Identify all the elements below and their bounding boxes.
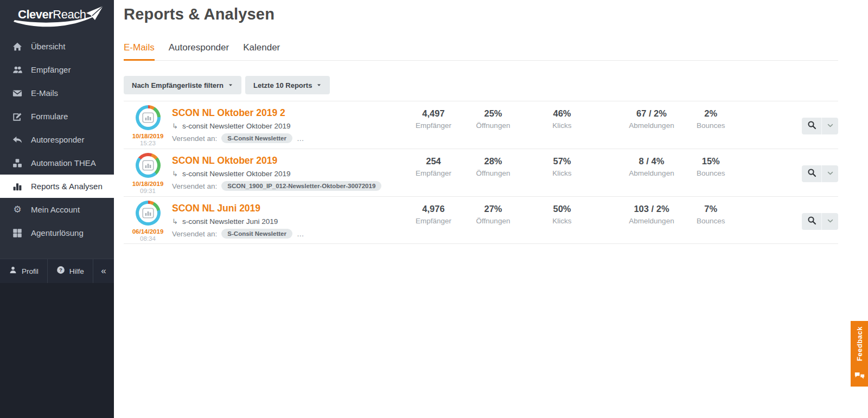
sidebar-item[interactable]: ⚙ Mein Account <box>0 198 114 221</box>
report-stats: 4,497 Empfänger 25% Öffnungen <box>398 101 767 149</box>
stat-label: Abmeldungen <box>607 169 697 177</box>
view-report-button[interactable] <box>802 213 822 230</box>
stat-value: 28% <box>469 156 518 166</box>
feedback-label: Feedback <box>856 326 864 361</box>
report-donut-chart <box>136 153 161 178</box>
badge-ellipsis: … <box>297 230 305 238</box>
report-date: 10/18/2019 <box>132 181 164 187</box>
report-row: 10/18/2019 09:31 SCON NL Oktober 2019 ↳ … <box>124 149 838 196</box>
sidebar-top: CleverReach Übersicht Empfänger <box>0 0 114 259</box>
stat-label: Abmeldungen <box>607 217 697 225</box>
cubes-icon <box>11 158 23 168</box>
grid-icon <box>11 228 23 238</box>
stat-cell: 103 / 2% Abmeldungen <box>607 197 697 243</box>
tab[interactable]: Kalender <box>243 42 280 61</box>
sidebar-item[interactable]: Autoresponder <box>0 128 114 151</box>
sidebar-item[interactable]: Automation THEA <box>0 151 114 175</box>
stat-label: Bounces <box>697 217 725 225</box>
tab[interactable]: Autoresponder <box>169 42 229 61</box>
sidebar-item-label: Reports & Analysen <box>31 182 103 191</box>
stat-cell: 57% Klicks <box>518 149 607 196</box>
report-title-link[interactable]: SCON NL Juni 2019 <box>172 203 398 214</box>
view-report-button[interactable] <box>802 118 822 134</box>
gear-icon: ⚙ <box>11 205 23 214</box>
report-donut-cell: 10/18/2019 15:23 <box>124 101 172 149</box>
tab-label: Kalender <box>243 42 280 53</box>
filter-dropdown-button[interactable]: Letzte 10 Reports <box>245 76 330 94</box>
recipient-list-badge[interactable]: S-Consit Newsletter <box>221 229 292 239</box>
report-more-actions-button[interactable] <box>822 118 838 134</box>
report-subject-text: s-consit Newsletter Oktober 2019 <box>182 122 291 130</box>
report-row: 10/18/2019 15:23 SCON NL Oktober 2019 2 … <box>124 101 838 149</box>
stat-label: Empfänger <box>398 169 469 177</box>
report-more-actions-button[interactable] <box>822 165 838 182</box>
main-content: Reports & Analysen E-Mails Autoresponder… <box>114 0 868 418</box>
sidebar-collapse-button[interactable]: « <box>93 259 114 283</box>
stat-cell: 25% Öffnungen <box>469 101 518 149</box>
report-row: 06/14/2019 08:34 SCON NL Juni 2019 ↳ s-c… <box>124 196 838 244</box>
stat-cell: 254 Empfänger <box>398 149 469 196</box>
report-donut-cell: 06/14/2019 08:34 <box>124 197 172 243</box>
sidebar-item[interactable]: Formulare <box>0 105 114 128</box>
filter-label: Nach Empfängerliste filtern <box>132 81 224 89</box>
sidebar-footer-item[interactable]: Profil <box>0 259 48 283</box>
sidebar-item[interactable]: Empfänger <box>0 58 114 81</box>
stat-cell: 67 / 2% Abmeldungen <box>607 101 697 149</box>
cleverreach-logo-graphic: CleverReach <box>10 4 104 33</box>
stat-label: Klicks <box>518 121 607 130</box>
users-icon <box>11 65 23 75</box>
stat-value: 46% <box>518 108 607 119</box>
user-icon <box>9 266 17 276</box>
recipient-list-badge[interactable]: SCON_1900_IP_012-Newsletter-Oktober-3007… <box>221 181 381 191</box>
tab[interactable]: E-Mails <box>124 42 155 61</box>
stat-label: Klicks <box>518 217 607 225</box>
report-subject-text: s-consit Newsletter Juni 2019 <box>182 217 278 226</box>
stat-value: 4,976 <box>398 204 469 214</box>
report-action-button <box>802 165 838 182</box>
report-sent-to: Versendet an: S-Consit Newsletter … <box>172 133 398 143</box>
report-date: 10/18/2019 <box>132 133 164 139</box>
sidebar-item[interactable]: E-Mails <box>0 81 114 105</box>
sidebar-footer-item[interactable]: ? Hilfe <box>48 259 93 283</box>
search-icon <box>807 216 816 227</box>
report-more-actions-button[interactable] <box>822 213 838 230</box>
stat-label: Öffnungen <box>469 121 518 130</box>
view-report-button[interactable] <box>802 165 822 182</box>
stat-label: Bounces <box>697 121 725 130</box>
filter-label: Letzte 10 Reports <box>253 81 312 89</box>
sidebar-item-label: Übersicht <box>31 42 65 51</box>
bar-chart-icon <box>136 153 161 178</box>
sidebar-footer-label: Hilfe <box>69 267 84 275</box>
report-title-link[interactable]: SCON NL Oktober 2019 <box>172 155 398 166</box>
reports-table: 10/18/2019 15:23 SCON NL Oktober 2019 2 … <box>124 101 838 244</box>
report-time: 15:23 <box>140 140 156 146</box>
stat-value: 57% <box>518 156 607 166</box>
report-date: 06/14/2019 <box>132 228 164 235</box>
filter-dropdown-button[interactable]: Nach Empfängerliste filtern <box>124 76 241 94</box>
tab-label: Autoresponder <box>169 42 229 53</box>
subject-arrow-icon: ↳ <box>172 217 178 226</box>
sent-to-label: Versendet an: <box>172 134 217 143</box>
report-sent-to: Versendet an: S-Consit Newsletter … <box>172 229 398 239</box>
subject-arrow-icon: ↳ <box>172 122 178 130</box>
recipient-list-badge[interactable]: S-Consit Newsletter <box>221 133 292 143</box>
stat-value: 25% <box>469 108 518 119</box>
stat-label: Empfänger <box>398 121 469 130</box>
report-action-button <box>802 213 838 230</box>
report-donut-cell: 10/18/2019 09:31 <box>124 149 172 196</box>
report-title-link[interactable]: SCON NL Oktober 2019 2 <box>172 107 398 119</box>
report-donut-chart <box>136 105 161 130</box>
report-info-cell: SCON NL Oktober 2019 ↳ s-consit Newslett… <box>172 149 398 196</box>
report-time: 09:31 <box>140 188 156 194</box>
page-title: Reports & Analysen <box>124 5 868 23</box>
chevron-down-icon <box>827 121 834 131</box>
stat-cell: 4,976 Empfänger <box>398 197 469 243</box>
search-icon <box>807 168 816 179</box>
feedback-tab[interactable]: Feedback <box>851 321 868 387</box>
report-subject: ↳ s-consit Newsletter Oktober 2019 <box>172 122 398 130</box>
sidebar-item[interactable]: Reports & Analysen <box>0 175 114 198</box>
sidebar-item[interactable]: Agenturlösung <box>0 221 114 245</box>
cleverreach-logo[interactable]: CleverReach <box>0 0 114 33</box>
sidebar-item[interactable]: Übersicht <box>0 35 114 58</box>
chevron-down-icon <box>827 217 834 227</box>
